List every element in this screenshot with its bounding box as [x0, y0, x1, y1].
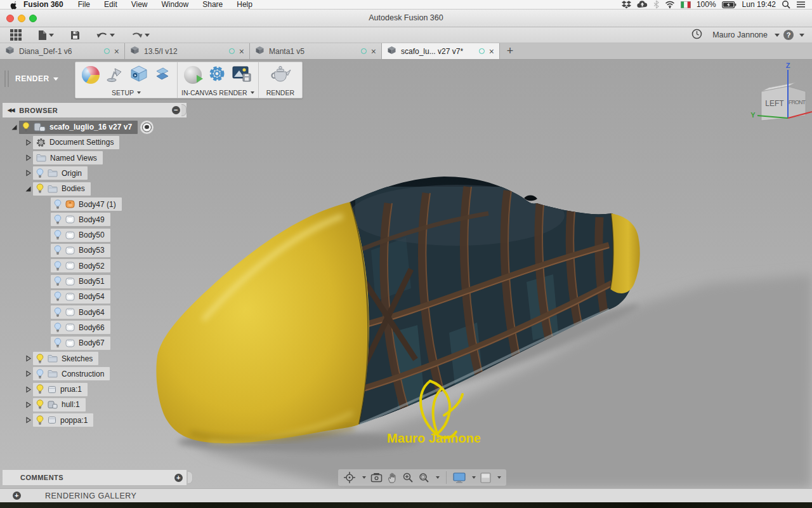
capture-image-icon[interactable] [232, 65, 251, 84]
node-label[interactable]: Body54 [79, 292, 105, 301]
document-tab[interactable]: Diana_Def-1 v6× [0, 43, 125, 59]
visibility-bulb-icon[interactable] [36, 184, 44, 194]
rendering-gallery-bar[interactable]: + RENDERING GALLERY [0, 488, 812, 502]
expander-icon[interactable] [23, 417, 33, 424]
visibility-bulb-icon[interactable] [22, 122, 30, 132]
node-label[interactable]: Sketches [62, 354, 93, 363]
fit-zoom-window-icon[interactable] [418, 472, 429, 483]
environment-lamp-icon[interactable] [106, 65, 124, 85]
browser-tree-row[interactable]: Body47 (1) [51, 197, 122, 211]
node-label[interactable]: Body50 [79, 231, 105, 239]
comments-expand-icon[interactable]: + [174, 474, 183, 482]
expander-icon[interactable] [23, 386, 33, 393]
in-canvas-render-icon[interactable] [184, 66, 202, 84]
viewcube-left-label[interactable]: LEFT [765, 99, 784, 108]
node-label[interactable]: Body64 [79, 308, 105, 317]
expander-icon[interactable] [23, 355, 33, 362]
browser-tree-row[interactable]: poppa:1 [23, 413, 93, 427]
look-at-icon[interactable] [370, 472, 383, 483]
display-settings-caret[interactable] [472, 476, 476, 479]
expander-icon[interactable] [9, 124, 19, 131]
visibility-bulb-icon[interactable] [36, 415, 44, 425]
browser-tree-row[interactable]: Body67 [51, 336, 110, 350]
apps-grid-icon[interactable] [6, 27, 25, 43]
tab-label[interactable]: 13.5/I v12 [144, 47, 225, 56]
undo-button[interactable] [93, 27, 119, 43]
zoom-menu-caret[interactable] [436, 476, 440, 479]
user-account-button[interactable]: Mauro Jannone [712, 30, 768, 39]
visibility-bulb-icon[interactable] [54, 291, 62, 302]
node-label[interactable]: Origin [62, 169, 82, 178]
wifi-icon[interactable] [665, 1, 675, 8]
render-group-label[interactable]: RENDER [266, 88, 294, 98]
job-status-clock-icon[interactable] [691, 29, 702, 42]
viewcube-front-label[interactable]: FRONT [789, 99, 806, 105]
menubar-item-view[interactable]: View [124, 0, 155, 9]
document-tab[interactable]: Manta1 v5× [250, 43, 382, 59]
toolbar-grip[interactable] [8, 70, 9, 87]
zoom-icon[interactable] [402, 472, 414, 483]
node-label[interactable]: Bodies [62, 184, 85, 193]
user-menu-caret[interactable] [775, 34, 780, 37]
browser-tree-row[interactable]: hull:1 [23, 398, 86, 411]
menubar-clock[interactable]: Lun 19:42 [742, 0, 776, 9]
expander-icon[interactable] [23, 185, 33, 192]
new-file-button[interactable] [34, 27, 58, 43]
viewport-canvas[interactable]: Mauro Jannone RENDER SETUP [0, 60, 812, 488]
expander-icon[interactable] [23, 170, 33, 177]
browser-tree-row[interactable]: Construction [23, 367, 110, 381]
close-tab-icon[interactable]: × [239, 47, 244, 56]
hull-bow-yellow[interactable] [156, 202, 369, 443]
browser-tree-row[interactable]: Body66 [51, 321, 110, 335]
menubar-item-help[interactable]: Help [230, 0, 259, 9]
browser-tree-row[interactable]: Sketches [23, 352, 98, 366]
browser-tree-row[interactable]: Body64 [51, 305, 110, 319]
gallery-expand-icon[interactable]: + [13, 491, 21, 500]
node-label[interactable]: Body51 [79, 277, 105, 286]
node-label[interactable]: hull:1 [62, 400, 80, 409]
visibility-bulb-icon[interactable] [36, 168, 44, 178]
hull-stern-yellow[interactable] [610, 213, 640, 293]
browser-tree-row[interactable]: Body49 [51, 213, 110, 227]
visibility-bulb-icon[interactable] [36, 369, 44, 379]
browser-tree-row[interactable]: Body52 [51, 259, 110, 273]
notification-list-icon[interactable] [796, 1, 806, 8]
browser-tree-row[interactable]: Bodies [23, 182, 91, 196]
tab-label[interactable]: Manta1 v5 [269, 47, 357, 56]
visibility-bulb-icon[interactable] [54, 276, 62, 286]
orbit-icon[interactable] [343, 471, 356, 484]
browser-header[interactable]: ◀◀ BROWSER − [3, 103, 187, 117]
browser-collapse-all-icon[interactable]: − [172, 106, 180, 114]
browser-tree-row[interactable]: prua:1 [23, 382, 88, 396]
decal-cube-icon[interactable] [130, 65, 148, 85]
toolbar-grip[interactable] [4, 70, 6, 87]
help-icon[interactable]: ? [783, 30, 794, 40]
visibility-bulb-icon[interactable] [54, 230, 62, 240]
menubar-item-file[interactable]: File [71, 0, 97, 9]
browser-tree-row[interactable]: Body51 [51, 274, 110, 288]
browser-tree-row[interactable]: scafo_luglio_16 v27 v7 [9, 120, 152, 134]
browser-tree-row[interactable]: Document Settings [23, 135, 119, 149]
visibility-bulb-icon[interactable] [54, 307, 62, 318]
document-tab[interactable]: 13.5/I v12× [125, 43, 250, 59]
node-label[interactable]: Body66 [79, 323, 105, 332]
viewcube[interactable]: LEFT FRONT Z X Y [747, 62, 812, 129]
expander-icon[interactable] [23, 139, 33, 146]
node-label[interactable]: poppa:1 [60, 416, 88, 425]
visibility-bulb-icon[interactable] [54, 215, 62, 225]
appearance-sphere-icon[interactable] [82, 66, 100, 84]
visibility-bulb-icon[interactable] [36, 384, 44, 394]
visibility-bulb-icon[interactable] [54, 323, 62, 333]
expander-icon[interactable] [23, 154, 33, 161]
menubar-item-share[interactable]: Share [195, 0, 230, 9]
menubar-app-name[interactable]: Fusion 360 [23, 0, 63, 9]
new-tab-button[interactable]: + [500, 43, 520, 59]
expander-icon[interactable] [23, 370, 33, 377]
browser-panel-flap[interactable] [181, 104, 187, 116]
node-label[interactable]: Body49 [79, 215, 105, 224]
menubar-item-edit[interactable]: Edit [97, 0, 124, 9]
dropbox-icon[interactable] [622, 0, 631, 9]
setup-group-label[interactable]: SETUP [79, 88, 173, 98]
in-canvas-render-group-label[interactable]: IN-CANVAS RENDER [181, 88, 254, 98]
visibility-bulb-icon[interactable] [54, 199, 62, 210]
